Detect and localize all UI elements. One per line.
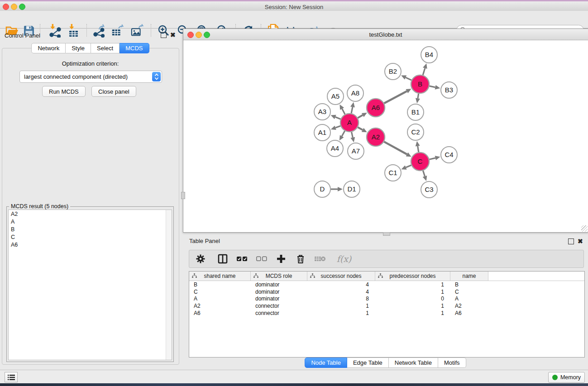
tab-select[interactable]: Select (91, 43, 120, 53)
edge-A-A1[interactable] (335, 126, 340, 128)
node-label-B1: B1 (411, 108, 420, 116)
table-tab-network-table[interactable]: Network Table (389, 357, 438, 368)
delete-table-icon[interactable] (314, 253, 326, 265)
cell[interactable]: B (450, 281, 488, 288)
table-row[interactable]: Adominator80A (189, 295, 584, 303)
cell[interactable]: 8 (307, 295, 375, 302)
table-row[interactable]: Cdominator41C (189, 288, 584, 295)
add-column-icon[interactable] (275, 253, 287, 265)
shared-column-icon (378, 273, 383, 278)
horizontal-splitter-handle[interactable] (383, 232, 390, 236)
edge-A-A6[interactable] (358, 115, 363, 118)
cell[interactable]: dominator (251, 281, 307, 288)
resize-grip-icon[interactable] (581, 225, 588, 232)
float-window-icon[interactable] (161, 32, 167, 38)
network-canvas[interactable]: B4B2BB3A8A5A6A3B1AA1C2A2A4A7C4CC1C3DD1 (183, 40, 587, 231)
optimization-criterion-select[interactable]: largest connected component (directed) (19, 71, 162, 83)
column-header-name[interactable]: name (450, 272, 488, 281)
export-network-icon[interactable] (92, 24, 106, 38)
scrollbar-track[interactable] (166, 210, 172, 360)
cell[interactable]: A2 (450, 303, 488, 309)
cell[interactable]: 4 (307, 289, 375, 295)
table-row[interactable]: A2connector11A2 (189, 302, 584, 310)
edge-A-A4[interactable] (342, 131, 345, 136)
arrowhead-icon (350, 102, 355, 108)
tab-style[interactable]: Style (66, 43, 91, 53)
column-header-MCDS-role[interactable]: MCDS role (251, 272, 307, 281)
close-panel-button[interactable]: Close panel (91, 86, 136, 97)
edge-A-A8[interactable] (351, 107, 353, 113)
export-table-icon[interactable] (111, 24, 124, 38)
gear-icon[interactable] (195, 253, 206, 265)
function-builder-icon[interactable]: f(x) (334, 253, 354, 265)
mcds-result-item[interactable]: A (9, 218, 172, 225)
cell[interactable]: B (189, 281, 251, 288)
cell[interactable]: 0 (375, 295, 450, 302)
edge-B-B3[interactable] (430, 86, 435, 87)
mcds-result-list[interactable]: A2ABCA6 (8, 210, 172, 360)
cell[interactable]: 1 (307, 310, 375, 316)
cell[interactable]: 1 (375, 289, 450, 295)
cell[interactable]: A6 (189, 310, 251, 316)
column-header-successor-nodes[interactable]: successor nodes (307, 272, 375, 281)
task-history-button[interactable] (5, 372, 18, 382)
edge-A6-B[interactable] (384, 91, 407, 103)
split-panel-icon[interactable] (217, 253, 229, 265)
cell[interactable]: dominator (251, 295, 307, 302)
edge-B-B2[interactable] (406, 77, 411, 80)
cell[interactable]: 1 (307, 303, 375, 309)
edge-C-C4[interactable] (429, 158, 435, 159)
cell[interactable]: dominator (251, 289, 307, 295)
edge-A-A5[interactable] (342, 109, 345, 114)
import-network-icon[interactable] (48, 24, 62, 38)
float-window-icon[interactable] (568, 238, 574, 244)
cell[interactable]: 1 (375, 303, 450, 309)
run-mcds-button[interactable]: Run MCDS (42, 86, 86, 97)
mcds-result-item[interactable]: C (9, 233, 172, 241)
edge-C-C3[interactable] (423, 171, 425, 176)
table-tab-node-table[interactable]: Node Table (305, 357, 347, 368)
column-header-predecessor-nodes[interactable]: predecessor nodes (375, 272, 450, 281)
network-view-window: testGlobe.txt B4B2BB3A8A5A6A3B1AA1C2A2A4… (183, 29, 588, 233)
cell[interactable]: 4 (307, 281, 375, 288)
edge-A2-C[interactable] (384, 142, 407, 154)
cell[interactable]: C (189, 289, 251, 295)
network-window-titlebar[interactable]: testGlobe.txt (183, 29, 588, 40)
column-header-shared-name[interactable]: shared name (189, 272, 251, 281)
cell[interactable]: A2 (189, 303, 251, 309)
edge-A-A7[interactable] (352, 132, 353, 137)
close-icon[interactable]: ✖ (170, 33, 176, 38)
mcds-result-item[interactable]: B (9, 225, 172, 233)
table-row[interactable]: Bdominator41B (189, 281, 584, 288)
table-tab-edge-table[interactable]: Edge Table (347, 357, 389, 368)
edge-B-B4[interactable] (423, 68, 425, 75)
cell[interactable]: connector (251, 303, 307, 309)
edge-C-C2[interactable] (418, 146, 419, 152)
cell[interactable]: A (450, 295, 488, 302)
vertical-splitter-handle[interactable] (181, 192, 185, 199)
edge-B-B1[interactable] (418, 94, 419, 99)
edge-C-C1[interactable] (406, 165, 411, 167)
mcds-result-item[interactable]: A6 (9, 241, 172, 248)
close-icon[interactable]: ✖ (578, 239, 583, 244)
cell[interactable]: A6 (450, 310, 488, 316)
cell[interactable]: A (189, 295, 251, 302)
mcds-result-item[interactable]: A2 (9, 210, 172, 218)
select-all-icon[interactable] (236, 253, 248, 265)
deselect-all-icon[interactable] (256, 253, 268, 265)
table-row[interactable]: A6connector11A6 (189, 310, 584, 317)
cell[interactable]: 1 (375, 310, 450, 316)
tab-mcds[interactable]: MCDS (120, 43, 149, 53)
main-toolbar (0, 11, 588, 29)
delete-column-icon[interactable] (295, 253, 306, 265)
cell[interactable]: 1 (375, 281, 450, 288)
cell[interactable]: connector (251, 310, 307, 316)
export-image-icon[interactable] (130, 24, 144, 38)
memory-button[interactable]: Memory (548, 372, 585, 383)
cell[interactable]: C (450, 289, 488, 295)
edge-A-A3[interactable] (335, 117, 341, 119)
table-tab-motifs[interactable]: Motifs (438, 357, 466, 368)
tab-network[interactable]: Network (31, 43, 66, 53)
import-table-icon[interactable] (66, 24, 80, 38)
edge-A-A2[interactable] (358, 127, 363, 130)
